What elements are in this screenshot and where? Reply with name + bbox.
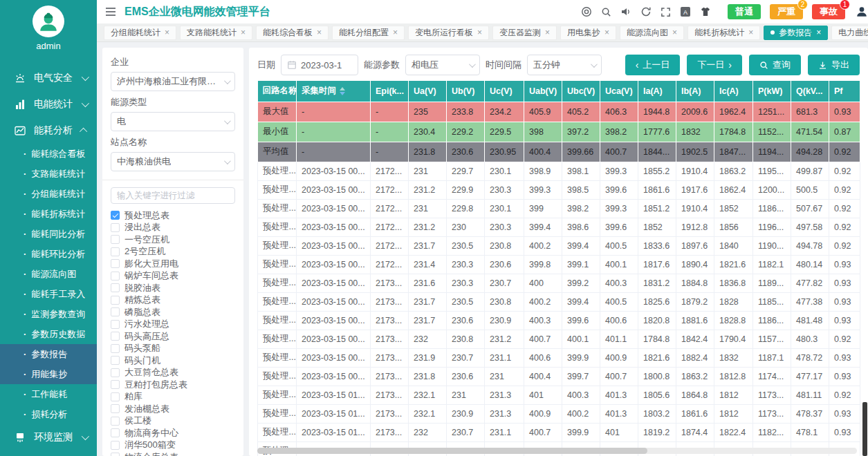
meter-filter-input[interactable] [111, 187, 235, 204]
checkbox-icon[interactable] [111, 259, 120, 268]
checkbox-checked-icon[interactable] [111, 211, 120, 220]
normal-badge[interactable]: 普通 [728, 4, 761, 19]
sidebar-subitem-standard-coal-stats[interactable]: ·能耗折标统计 [0, 204, 97, 224]
meter-item[interactable]: 码头高压总 [111, 330, 235, 343]
meter-item[interactable]: 污水处理总 [111, 319, 235, 331]
font-size-icon[interactable]: A [680, 6, 691, 17]
sidebar-subitem-param-history[interactable]: ·参数历史数据 [0, 324, 97, 344]
sidebar-subitem-group-energy-stats[interactable]: ·分组能耗统计 [0, 184, 97, 204]
meter-item[interactable]: 侯工楼 [111, 415, 235, 428]
checkbox-icon[interactable] [111, 332, 120, 341]
hamburger-icon[interactable] [105, 7, 116, 17]
sidebar-subitem-param-query[interactable]: ·监测参数查询 [0, 304, 97, 324]
sidebar-subitem-energy-meter-reading[interactable]: ·用能集抄 [0, 364, 97, 384]
tab-close-icon[interactable]: × [317, 28, 322, 37]
sidebar-subitem-work-energy[interactable]: ·工作能耗 [0, 384, 97, 404]
checkbox-icon[interactable] [111, 320, 120, 329]
checkbox-icon[interactable] [111, 344, 120, 353]
tab-energy-group-config[interactable]: 能耗分组配置× [332, 26, 405, 40]
horizontal-scrollbar[interactable] [257, 448, 857, 454]
sidebar-item-electrical-safety[interactable]: 电气安全 [0, 65, 97, 91]
checkbox-icon[interactable] [111, 235, 120, 244]
tab-close-icon[interactable]: × [393, 28, 398, 37]
tab-power-curve[interactable]: 电力曲线记录× [831, 26, 868, 40]
tab-close-icon[interactable]: × [165, 28, 169, 37]
checkbox-icon[interactable] [111, 392, 120, 401]
meter-item[interactable]: 码头泵船 [111, 343, 235, 355]
tab-meter-reading[interactable]: 用电集抄× [560, 26, 616, 40]
meter-item[interactable]: 大豆筒仓总表 [111, 367, 235, 379]
sidebar-subitem-manual-entry[interactable]: ·能耗手工录入 [0, 284, 97, 304]
next-day-button[interactable]: 下一日 › [687, 55, 742, 75]
meter-item[interactable]: 粕库 [111, 391, 235, 403]
station-select[interactable]: 中海粮油供电 [111, 152, 235, 171]
checkbox-icon[interactable] [111, 223, 120, 232]
sidebar-subitem-energy-flow[interactable]: ·能源流向图 [0, 264, 97, 284]
checkbox-icon[interactable] [111, 283, 120, 292]
tab-substation-board[interactable]: 变电所运行看板× [408, 26, 489, 40]
meter-item[interactable]: 锅炉车间总表 [111, 270, 235, 283]
checkbox-icon[interactable] [111, 247, 120, 256]
tab-group-energy-stats[interactable]: 分组能耗统计× [104, 26, 176, 40]
sidebar-subitem-yoy-analysis[interactable]: ·能耗同比分析 [0, 224, 97, 244]
sidebar-item-environment-monitor[interactable]: 环境监测 [0, 424, 97, 450]
company-select[interactable]: 泸州中海粮油工业有限公司 [111, 72, 235, 91]
tab-energy-dashboard[interactable]: 能耗综合看板× [256, 26, 329, 40]
column-header-1[interactable]: 采集时间 [297, 81, 371, 102]
sidebar-subitem-param-report[interactable]: ·参数报告 [0, 344, 97, 364]
meter-item[interactable]: 物流商务中心 [111, 427, 235, 439]
meter-item[interactable]: 2号空压机 [111, 246, 235, 258]
accident-badge[interactable]: 事故1 [812, 4, 845, 19]
export-button[interactable]: 导出 [808, 55, 860, 75]
query-button[interactable]: 查询 [749, 55, 801, 75]
meter-item[interactable]: 码头门机 [111, 354, 235, 367]
sidebar-subitem-branch-energy-stats[interactable]: ·支路能耗统计 [0, 164, 97, 184]
meter-item[interactable]: 膨化大豆用电 [111, 258, 235, 270]
checkbox-icon[interactable] [111, 380, 120, 389]
checkbox-icon[interactable] [111, 356, 120, 365]
tab-close-icon[interactable]: × [477, 28, 482, 37]
tab-close-icon[interactable]: × [748, 28, 753, 37]
meter-item[interactable]: 一号空压机 [111, 234, 235, 246]
meter-item[interactable]: 预处理总表 [111, 209, 235, 222]
refresh-icon[interactable] [640, 6, 652, 17]
meter-item[interactable]: 发油棚总表 [111, 403, 235, 415]
tab-transformer-monitor[interactable]: 变压器监测× [492, 26, 557, 40]
checkbox-icon[interactable] [111, 272, 120, 281]
vertical-scrollbar-thumb[interactable] [862, 402, 867, 456]
meter-item[interactable]: 脱胶油表 [111, 282, 235, 294]
avatar[interactable] [33, 6, 64, 37]
bullseye-icon[interactable] [581, 6, 592, 17]
sidebar-item-energy-analysis[interactable]: 能耗分析 [0, 117, 97, 144]
meter-item[interactable]: 物流仓库总表 [111, 451, 235, 456]
tab-close-icon[interactable]: × [672, 28, 677, 37]
param-select[interactable]: 相电压 [405, 55, 480, 75]
tab-close-icon[interactable]: × [241, 28, 246, 37]
tab-param-report[interactable]: 参数报告× [764, 26, 828, 40]
date-input[interactable]: 2023-03-1 [281, 55, 358, 75]
tab-branch-energy-stats[interactable]: 支路能耗统计× [180, 26, 252, 40]
meter-item[interactable]: 润华500箱变 [111, 439, 235, 452]
sidebar-item-power-statistics[interactable]: 电能统计 [0, 91, 97, 117]
meter-item[interactable]: 豆粕打包房总表 [111, 379, 235, 391]
meter-item[interactable]: 磷脂总表 [111, 306, 235, 319]
user-icon[interactable] [856, 3, 868, 20]
tab-close-icon[interactable]: × [816, 28, 821, 37]
checkbox-icon[interactable] [111, 296, 120, 305]
checkbox-icon[interactable] [111, 453, 120, 456]
checkbox-icon[interactable] [111, 428, 120, 437]
checkbox-icon[interactable] [111, 368, 120, 377]
search-icon[interactable] [601, 7, 611, 17]
sidebar-subitem-energy-dashboard[interactable]: ·能耗综合看板 [0, 144, 97, 164]
sort-caret-icon[interactable] [340, 87, 345, 95]
meter-item[interactable]: 精炼总表 [111, 294, 235, 307]
checkbox-icon[interactable] [111, 404, 120, 413]
severe-badge[interactable]: 严重2 [770, 4, 803, 19]
sidebar-subitem-mom-analysis[interactable]: ·能耗环比分析 [0, 244, 97, 264]
checkbox-icon[interactable] [111, 441, 120, 450]
tab-energy-flow[interactable]: 能源流向图× [620, 26, 684, 40]
tab-close-icon[interactable]: × [604, 28, 609, 37]
checkbox-icon[interactable] [111, 417, 120, 426]
fullscreen-icon[interactable] [661, 7, 671, 17]
checkbox-icon[interactable] [111, 307, 120, 316]
